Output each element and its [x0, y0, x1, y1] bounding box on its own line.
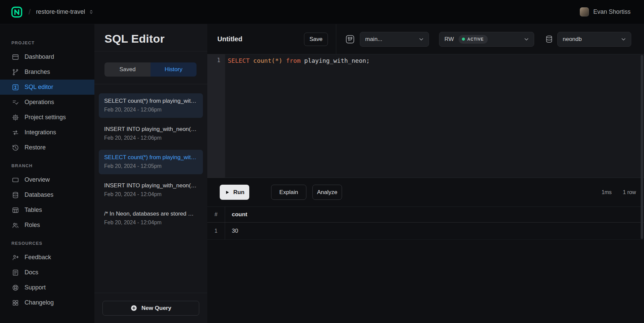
sidebar-item-changelog[interactable]: Changelog [0, 295, 94, 310]
project-selector[interactable]: restore-time-travel [36, 8, 94, 15]
line-number: 1 [217, 57, 220, 63]
sidebar-item-integrations[interactable]: Integrations [0, 125, 94, 140]
sidebar-item-label: Project settings [25, 114, 66, 121]
history-date: Feb 20, 2024 - 12:04pm [104, 191, 198, 197]
history-date: Feb 20, 2024 - 12:04pm [104, 220, 198, 226]
new-query-label: New Query [141, 305, 171, 312]
integrations-icon [11, 129, 19, 137]
sql-editor-icon [11, 83, 19, 91]
branch-icon [345, 34, 355, 44]
run-button[interactable]: Run [220, 185, 249, 200]
docs-icon [11, 269, 19, 277]
tab-saved[interactable]: Saved [104, 62, 151, 77]
sidebar-item-label: SQL editor [25, 84, 53, 91]
sidebar-item-sql-editor[interactable]: SQL editor [0, 80, 94, 95]
sidebar-item-label: Restore [25, 144, 46, 151]
sql-keyword: SELECT [228, 57, 253, 64]
sql-keyword: from [286, 57, 304, 64]
history-query: SELECT count(*) from playing_wit… [104, 98, 198, 104]
database-select-value: neondb [563, 36, 582, 43]
sidebar-section-project: PROJECT Dashboard Branches SQL editor [0, 40, 94, 155]
tab-history[interactable]: History [151, 62, 197, 77]
sidebar-item-docs[interactable]: Docs [0, 265, 94, 280]
editor-header: Untitled Save main... RW ACTIVE [207, 24, 644, 54]
explain-button[interactable]: Explain [271, 185, 306, 200]
table-row[interactable]: 1 30 [207, 223, 644, 240]
sidebar-item-label: Operations [25, 99, 54, 106]
section-label: RESOURCES [0, 241, 94, 246]
sidebar-item-dashboard[interactable]: Dashboard [0, 49, 94, 64]
sidebar-section-resources: RESOURCES Feedback Docs Support [0, 241, 94, 310]
status-dot [462, 38, 465, 41]
sidebar-item-label: Docs [25, 269, 38, 276]
chevron-updown-icon [88, 9, 94, 15]
new-query-button[interactable]: New Query [102, 301, 199, 316]
compute-status-label: ACTIVE [467, 37, 484, 42]
databases-icon [11, 191, 19, 199]
user-name: Evan Shortiss [593, 8, 631, 15]
section-label: PROJECT [0, 40, 94, 45]
sidebar-item-label: Overview [25, 176, 50, 183]
query-panel-footer: New Query [94, 293, 207, 323]
restore-icon [11, 144, 19, 152]
query-title: Untitled [217, 35, 242, 43]
count-value-cell: 30 [225, 228, 238, 234]
sidebar-item-label: Integrations [25, 129, 56, 136]
feedback-icon [11, 253, 19, 262]
history-item[interactable]: INSERT INTO playing_with_neon(… Feb 20, … [99, 122, 203, 146]
sidebar-item-tables[interactable]: Tables [0, 202, 94, 218]
sidebar-item-restore[interactable]: Restore [0, 140, 94, 155]
sql-function: count(*) [253, 57, 286, 64]
history-item[interactable]: INSERT INTO playing_with_neon(… Feb 20, … [99, 178, 203, 202]
compute-select[interactable]: RW ACTIVE [439, 32, 534, 47]
neon-logo[interactable] [11, 6, 23, 18]
user-avatar[interactable] [580, 7, 589, 16]
results-header-row: # count [207, 207, 644, 223]
code-editor[interactable]: 1 SELECT count(*) from playing_with_neon… [207, 54, 644, 178]
analyze-button[interactable]: Analyze [312, 185, 342, 200]
editor-scrollbar[interactable] [641, 55, 643, 239]
database-icon [545, 35, 553, 43]
sidebar-item-support[interactable]: Support [0, 280, 94, 295]
results-count-column-header: count [225, 211, 247, 218]
settings-gear-icon [11, 113, 19, 122]
save-button[interactable]: Save [304, 33, 328, 46]
chevron-down-icon [523, 36, 530, 43]
sidebar-item-project-settings[interactable]: Project settings [0, 110, 94, 125]
query-duration: 1ms [602, 189, 612, 195]
sidebar-item-feedback[interactable]: Feedback [0, 250, 94, 265]
sidebar-item-roles[interactable]: Roles [0, 218, 94, 233]
database-select[interactable]: neondb [557, 32, 631, 47]
history-list: SELECT count(*) from playing_wit… Feb 20… [94, 84, 207, 293]
history-date: Feb 20, 2024 - 12:06pm [104, 135, 198, 141]
sidebar-item-databases[interactable]: Databases [0, 187, 94, 202]
branches-icon [11, 68, 19, 76]
history-item[interactable]: SELECT count(*) from playing_wit… Feb 20… [99, 93, 203, 118]
branch-select-value: main... [365, 36, 382, 43]
sidebar-section-branch: BRANCH Overview Databases Tables [0, 163, 94, 233]
run-label: Run [233, 189, 244, 196]
code-line: SELECT count(*) from playing_with_neon; [225, 54, 370, 178]
history-date: Feb 20, 2024 - 12:05pm [104, 163, 198, 169]
section-label: BRANCH [0, 163, 94, 168]
sidebar-item-label: Branches [25, 68, 50, 76]
history-item[interactable]: /* In Neon, databases are stored … Feb 2… [99, 206, 203, 231]
editor-main: Untitled Save main... RW ACTIVE [207, 24, 644, 323]
history-query: /* In Neon, databases are stored … [104, 211, 198, 217]
overview-icon [11, 176, 19, 184]
line-number-gutter: 1 [207, 54, 225, 178]
chevron-down-icon [620, 36, 627, 43]
sidebar-item-operations[interactable]: Operations [0, 95, 94, 110]
history-query: SELECT count(*) from playing_wit… [104, 154, 198, 161]
sidebar-item-label: Tables [25, 206, 42, 214]
branch-select[interactable]: main... [360, 32, 429, 47]
sidebar-item-branches[interactable]: Branches [0, 64, 94, 80]
sidebar-item-label: Dashboard [25, 53, 54, 60]
history-item-selected[interactable]: SELECT count(*) from playing_wit… Feb 20… [99, 150, 203, 174]
dashboard-icon [11, 53, 19, 61]
sidebar-item-overview[interactable]: Overview [0, 172, 94, 187]
support-icon [11, 284, 19, 292]
sidebar-item-label: Support [25, 284, 46, 291]
plus-circle-icon [130, 305, 137, 312]
roles-icon [11, 221, 19, 229]
